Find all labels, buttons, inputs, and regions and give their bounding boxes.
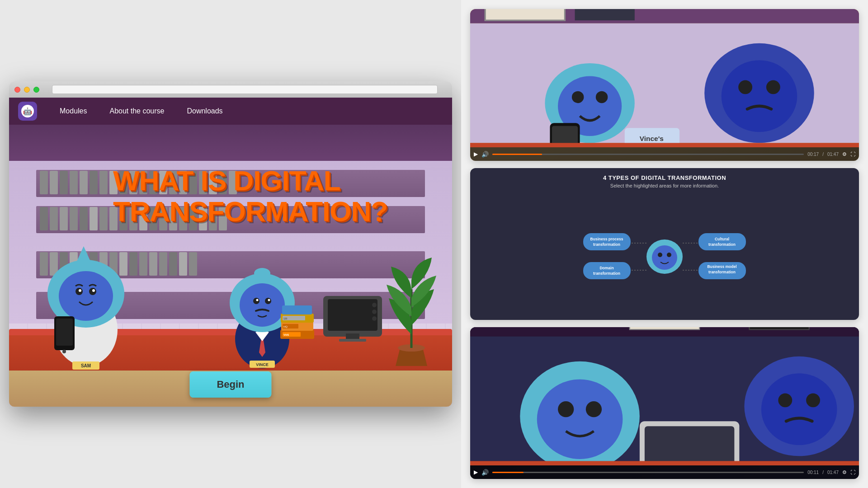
svg-text:HQ: HQ xyxy=(283,325,288,328)
shelf-item xyxy=(70,171,78,194)
svg-point-19 xyxy=(265,298,271,304)
nav-logo: 🤖 xyxy=(18,102,37,121)
shelf-item xyxy=(99,171,108,194)
mac-titlebar xyxy=(9,81,452,98)
svg-text:Business process: Business process xyxy=(590,237,623,241)
nav-about[interactable]: About the course xyxy=(105,105,169,117)
progress-bar-3[interactable] xyxy=(492,472,804,473)
play-button-1[interactable]: ▶ xyxy=(474,151,478,157)
svg-marker-7 xyxy=(77,246,90,261)
svg-rect-91 xyxy=(630,327,699,329)
svg-point-110 xyxy=(806,393,820,407)
progress-bar-1[interactable] xyxy=(492,154,804,155)
svg-point-71 xyxy=(667,253,671,257)
svg-point-20 xyxy=(256,299,259,301)
svg-rect-35 xyxy=(282,305,312,314)
time-label-3: 00:11 xyxy=(807,470,819,475)
preview-inner-1: MAWS Vince's Videos xyxy=(470,9,859,161)
main-title: WHAT IS DIGITAL TRANSFORMATION? xyxy=(113,165,439,227)
preview-inner-2: 4 TYPES OF DIGITAL TRANSFORMATION Select… xyxy=(470,168,859,320)
svg-text:transformation: transformation xyxy=(593,242,620,247)
svg-point-69 xyxy=(652,245,677,270)
svg-point-22 xyxy=(254,268,270,279)
preview-scene-2: 4 TYPES OF DIGITAL TRANSFORMATION Select… xyxy=(470,168,859,320)
character-sam: SAM xyxy=(36,226,136,371)
preview-card-2[interactable]: 4 TYPES OF DIGITAL TRANSFORMATION Select… xyxy=(470,168,859,320)
svg-point-70 xyxy=(658,253,662,257)
svg-rect-27 xyxy=(346,333,359,339)
url-bar[interactable] xyxy=(52,85,438,94)
svg-point-31 xyxy=(372,316,377,321)
close-button[interactable] xyxy=(14,87,20,93)
shelf-item xyxy=(80,171,88,194)
settings-icon-1[interactable]: ⚙ xyxy=(842,151,847,157)
volume-icon-1[interactable]: 🔊 xyxy=(481,151,489,158)
minimize-button[interactable] xyxy=(24,87,30,93)
svg-point-6 xyxy=(92,289,95,292)
svg-text:Vince's: Vince's xyxy=(640,135,664,142)
time-separator-3: / xyxy=(822,470,824,475)
progress-fill-3 xyxy=(492,472,524,473)
diagram-svg: Business process transformation Cultural… xyxy=(470,221,859,293)
time-separator-1: / xyxy=(822,152,824,157)
fullscreen-icon-1[interactable]: ⛶ xyxy=(850,151,855,157)
preview-inner-3: MAWS FORWARD TO PAST Vince's xyxy=(470,327,859,479)
shelf-item xyxy=(149,252,157,276)
maximize-button[interactable] xyxy=(33,87,39,93)
scene-svg-1: MAWS Vince's Videos xyxy=(470,9,859,147)
svg-rect-76 xyxy=(583,233,631,250)
svg-text:Domain: Domain xyxy=(599,266,613,270)
tv-svg xyxy=(321,294,384,343)
main-area: 🤖 Modules About the course Downloads xyxy=(0,0,461,488)
play-button-3[interactable]: ▶ xyxy=(474,469,478,475)
right-panel: MAWS Vince's Videos xyxy=(461,0,868,488)
shelf-item xyxy=(169,252,177,276)
time-total-1: 01:47 xyxy=(827,152,839,157)
svg-point-18 xyxy=(253,298,259,304)
nav-modules[interactable]: Modules xyxy=(55,105,91,117)
svg-point-99 xyxy=(586,401,602,417)
svg-rect-103 xyxy=(645,426,734,465)
preview-card-3[interactable]: MAWS FORWARD TO PAST Vince's xyxy=(470,327,859,479)
diagram-subtitle: Select the highlighted areas for more in… xyxy=(470,183,859,193)
plant xyxy=(384,244,439,371)
video-controls-1: ▶ 🔊 00:17 / 01:47 ⚙ ⛶ xyxy=(470,147,859,161)
shelf-item xyxy=(139,252,147,276)
course-content: 🤖 Modules About the course Downloads xyxy=(9,98,452,407)
diagram-title: 4 TYPES OF DIGITAL TRANSFORMATION xyxy=(470,168,859,183)
shelf-item xyxy=(40,171,48,194)
begin-button[interactable]: Begin xyxy=(189,371,271,398)
shelf-item xyxy=(189,252,197,276)
fullscreen-icon-3[interactable]: ⛶ xyxy=(850,469,855,475)
video-controls-3: ▶ 🔊 00:11 / 01:47 ⚙ ⛶ xyxy=(470,465,859,479)
svg-rect-11 xyxy=(56,319,73,346)
preview-card-1[interactable]: MAWS Vince's Videos xyxy=(470,9,859,161)
svg-point-29 xyxy=(372,303,377,307)
svg-point-52 xyxy=(572,91,584,103)
shelf-item xyxy=(159,252,167,276)
svg-rect-79 xyxy=(698,233,746,250)
svg-rect-82 xyxy=(583,262,631,279)
volume-icon-3[interactable]: 🔊 xyxy=(481,469,489,476)
svg-text:120: 120 xyxy=(283,317,288,320)
course-nav: 🤖 Modules About the course Downloads xyxy=(9,98,452,125)
shelf-item xyxy=(50,171,58,194)
svg-point-109 xyxy=(778,393,792,407)
preview-scene-3: MAWS FORWARD TO PAST Vince's xyxy=(470,327,859,465)
vhs-stack: VHS HQ 120 xyxy=(280,303,316,339)
mac-window: 🤖 Modules About the course Downloads xyxy=(9,81,452,407)
svg-point-30 xyxy=(372,310,377,314)
sam-svg: SAM xyxy=(36,226,136,371)
shelf-item xyxy=(60,171,68,194)
shelf-item xyxy=(90,171,98,194)
nav-logo-inner: 🤖 xyxy=(21,105,34,117)
settings-icon-3[interactable]: ⚙ xyxy=(842,469,847,475)
svg-rect-49 xyxy=(575,9,635,20)
preview-scene-1: MAWS Vince's Videos xyxy=(470,9,859,147)
svg-rect-26 xyxy=(328,299,377,331)
vhs-svg: VHS HQ 120 xyxy=(280,303,316,343)
svg-text:transformation: transformation xyxy=(708,242,736,247)
nav-downloads[interactable]: Downloads xyxy=(182,105,227,117)
svg-point-108 xyxy=(761,373,837,445)
svg-point-17 xyxy=(240,283,285,327)
